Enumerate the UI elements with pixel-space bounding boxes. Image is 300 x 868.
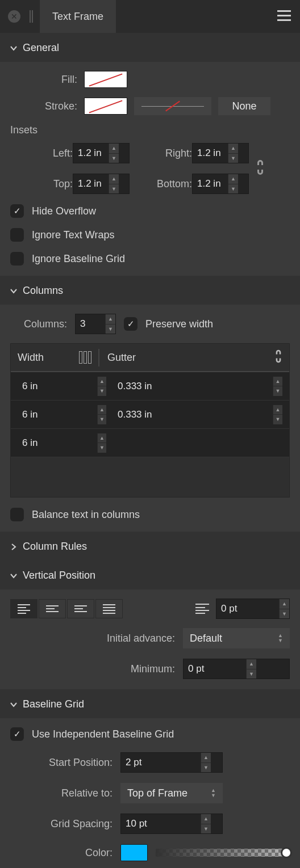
width-header: Width [18,352,44,364]
table-row: ▲▼ ▲▼ [11,401,289,429]
section-header-vertical-position[interactable]: Vertical Position [0,561,300,589]
start-position-field[interactable]: ▲▼ [120,752,223,773]
close-button[interactable]: ✕ [8,10,20,23]
panel-tab-text-frame[interactable]: Text Frame [40,0,116,33]
select-arrows-icon: ▲▼ [211,788,216,798]
insets-group-label: Insets [10,124,290,136]
ignore-text-wraps-label: Ignore Text Wraps [32,229,114,241]
chevron-down-icon [10,701,17,708]
section-header-general[interactable]: General [0,33,300,62]
section-header-columns[interactable]: Columns [0,276,300,305]
select-arrows-icon: ▲▼ [278,633,283,643]
panel-menu-button[interactable] [277,10,291,21]
fill-label: Fill: [10,74,77,86]
titlebar: ✕ Text Frame [0,0,300,33]
section-body-vertical: ▲▼ Initial advance: Default ▲▼ Minimum: … [0,589,300,689]
inset-right-label: Right: [130,148,192,159]
link-gutter-icon[interactable] [274,349,282,366]
chevron-down-icon [10,288,17,294]
inset-bottom-label: Bottom: [130,178,192,190]
ignore-baseline-label: Ignore Baseline Grid [32,253,125,265]
vertical-offset-field[interactable]: ▲▼ [216,599,290,619]
hide-overflow-checkbox[interactable] [10,204,24,218]
preserve-width-label: Preserve width [145,318,213,330]
baseline-opacity-slider[interactable] [156,849,290,857]
stepper[interactable]: ▲▼ [109,144,119,163]
section-title: General [23,42,59,54]
width-field[interactable]: ▲▼ [18,377,106,396]
stroke-style-dropdown[interactable]: None [218,97,270,115]
start-position-label: Start Position: [10,757,113,769]
color-label: Color: [10,847,113,859]
vertical-align-group [10,599,123,618]
inset-top-label: Top: [10,178,73,190]
section-header-column-rules[interactable]: Column Rules [0,532,300,561]
section-title: Baseline Grid [23,698,84,710]
grid-spacing-field[interactable]: ▲▼ [120,814,223,834]
gutter-field[interactable]: ▲▼ [113,377,282,396]
ignore-text-wraps-checkbox[interactable] [10,228,24,242]
panel-drag-handle[interactable] [30,10,33,23]
initial-advance-select[interactable]: Default ▲▼ [183,628,290,648]
section-header-baseline-grid[interactable]: Baseline Grid [0,689,300,718]
section-title: Vertical Position [23,570,95,582]
section-body-general: Fill: Stroke: None Insets Left: ▲▼ Right… [0,62,300,276]
fill-swatch[interactable] [84,71,127,88]
minimum-field[interactable]: ▲▼ [183,659,290,679]
inset-left-field[interactable]: ▲▼ [73,143,130,163]
table-empty [11,457,289,497]
columns-table: Width Gutter ▲▼ ▲▼ ▲▼ ▲▼ ▲▼ [10,343,290,498]
use-independent-baseline-checkbox[interactable] [10,727,24,741]
grid-spacing-label: Grid Spacing: [10,818,113,830]
ignore-baseline-checkbox[interactable] [10,252,24,266]
stepper[interactable]: ▲▼ [228,144,238,163]
table-row: ▲▼ ▲▼ [11,372,289,401]
align-bottom-button[interactable] [67,599,94,618]
use-independent-baseline-label: Use Independent Baseline Grid [32,728,174,740]
table-row: ▲▼ [11,429,289,457]
baseline-color-swatch[interactable] [120,844,148,861]
inset-bottom-field[interactable]: ▲▼ [192,174,249,194]
initial-advance-label: Initial advance: [10,633,175,644]
align-center-button[interactable] [39,599,66,618]
relative-to-label: Relative to: [10,787,113,799]
chevron-right-icon [10,543,17,550]
preserve-width-checkbox[interactable] [124,317,138,331]
columns-count-field[interactable]: ▲▼ [75,314,116,334]
link-insets-icon[interactable] [256,159,265,179]
minimum-label: Minimum: [10,663,175,675]
stroke-swatch[interactable] [84,98,127,115]
chevron-down-icon [10,45,17,52]
gutter-field[interactable]: ▲▼ [113,405,282,424]
section-title: Column Rules [23,541,87,553]
stroke-label: Stroke: [10,100,77,112]
section-title: Columns [23,285,63,297]
stepper[interactable]: ▲▼ [228,174,238,193]
inset-right-field[interactable]: ▲▼ [192,143,249,163]
section-body-baseline: Use Independent Baseline Grid Start Posi… [0,718,300,868]
width-field[interactable]: ▲▼ [18,405,106,424]
balance-columns-checkbox[interactable] [10,508,24,521]
align-top-button[interactable] [10,599,38,618]
inset-top-field[interactable]: ▲▼ [73,174,130,194]
align-justify-button[interactable] [95,599,123,618]
vertical-offset-icon [195,604,209,614]
stepper[interactable]: ▲▼ [109,174,119,193]
chevron-down-icon [10,572,17,579]
columns-icon [79,351,91,364]
stroke-style-preview[interactable] [134,97,211,115]
section-body-columns: Columns: ▲▼ Preserve width Width Gutter … [0,305,300,532]
relative-to-select[interactable]: Top of Frame ▲▼ [120,783,223,803]
panel-title: Text Frame [52,11,103,23]
balance-columns-label: Balance text in columns [32,509,140,521]
inset-left-label: Left: [10,148,73,159]
stepper[interactable]: ▲▼ [105,314,115,334]
columns-count-label: Columns: [10,318,67,330]
slider-thumb[interactable] [281,847,292,858]
hide-overflow-label: Hide Overflow [32,205,96,217]
table-header: Width Gutter [11,344,289,372]
width-field[interactable]: ▲▼ [18,433,106,453]
gutter-header: Gutter [107,352,136,364]
